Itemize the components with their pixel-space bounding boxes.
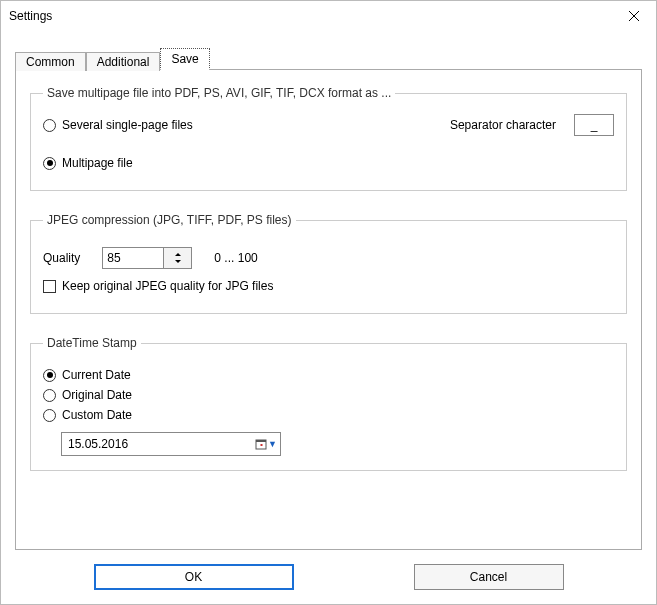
- radio-icon: [43, 389, 56, 402]
- radio-icon: [43, 369, 56, 382]
- radio-multipage-file[interactable]: Multipage file: [43, 156, 614, 170]
- radio-custom-date[interactable]: Custom Date: [43, 408, 614, 422]
- group-multipage-legend: Save multipage file into PDF, PS, AVI, G…: [43, 86, 395, 100]
- tab-strip: Common Additional Save: [15, 45, 642, 69]
- window-title: Settings: [9, 9, 52, 23]
- custom-date-picker[interactable]: ▼: [61, 432, 281, 456]
- radio-several-single-page[interactable]: Several single-page files: [43, 118, 193, 132]
- quality-input[interactable]: [103, 248, 163, 268]
- checkbox-icon: [43, 280, 56, 293]
- svg-rect-5: [256, 440, 266, 442]
- radio-icon: [43, 157, 56, 170]
- chevron-down-icon: ▼: [268, 439, 277, 449]
- content-area: Common Additional Save Save multipage fi…: [1, 31, 656, 550]
- separator-block: Separator character: [450, 114, 614, 136]
- svg-rect-6: [261, 444, 263, 446]
- quality-label: Quality: [43, 251, 80, 265]
- radio-label: Several single-page files: [62, 118, 193, 132]
- checkbox-label: Keep original JPEG quality for JPG files: [62, 279, 273, 293]
- tab-additional[interactable]: Additional: [86, 52, 161, 71]
- spinner-buttons[interactable]: [163, 248, 191, 268]
- radio-label: Current Date: [62, 368, 131, 382]
- group-jpeg: JPEG compression (JPG, TIFF, PDF, PS fil…: [30, 213, 627, 314]
- group-jpeg-legend: JPEG compression (JPG, TIFF, PDF, PS fil…: [43, 213, 296, 227]
- tab-common[interactable]: Common: [15, 52, 86, 71]
- tab-save[interactable]: Save: [160, 48, 209, 70]
- quality-spinner[interactable]: [102, 247, 192, 269]
- separator-label: Separator character: [450, 118, 556, 132]
- spinner-updown-icon: [171, 251, 185, 265]
- settings-window: Settings Common Additional Save Save mul…: [0, 0, 657, 605]
- svg-marker-2: [175, 253, 181, 256]
- group-multipage: Save multipage file into PDF, PS, AVI, G…: [30, 86, 627, 191]
- radio-icon: [43, 119, 56, 132]
- close-icon: [629, 11, 639, 21]
- radio-label: Original Date: [62, 388, 132, 402]
- button-bar: OK Cancel: [1, 550, 656, 604]
- quality-range: 0 ... 100: [214, 251, 257, 265]
- radio-label: Multipage file: [62, 156, 133, 170]
- ok-button[interactable]: OK: [94, 564, 294, 590]
- svg-marker-3: [175, 260, 181, 263]
- tab-panel-save: Save multipage file into PDF, PS, AVI, G…: [15, 69, 642, 550]
- close-button[interactable]: [611, 1, 656, 31]
- titlebar: Settings: [1, 1, 656, 31]
- group-datetime: DateTime Stamp Current Date Original Dat…: [30, 336, 627, 471]
- checkbox-keep-original[interactable]: Keep original JPEG quality for JPG files: [43, 279, 614, 293]
- radio-original-date[interactable]: Original Date: [43, 388, 614, 402]
- radio-label: Custom Date: [62, 408, 132, 422]
- radio-icon: [43, 409, 56, 422]
- cancel-button[interactable]: Cancel: [414, 564, 564, 590]
- date-picker-button[interactable]: ▼: [252, 433, 280, 455]
- separator-input[interactable]: [574, 114, 614, 136]
- group-datetime-legend: DateTime Stamp: [43, 336, 141, 350]
- radio-current-date[interactable]: Current Date: [43, 368, 614, 382]
- calendar-icon: [255, 438, 267, 450]
- custom-date-input[interactable]: [62, 437, 252, 451]
